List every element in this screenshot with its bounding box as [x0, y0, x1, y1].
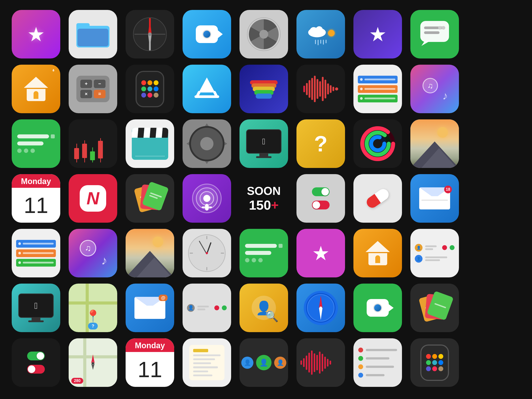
svg-marker-17: [421, 41, 430, 46]
icon-capo2[interactable]: ♫ ♪: [69, 229, 117, 277]
phone-contacts: 👤: [183, 300, 231, 316]
icon-mail-orange[interactable]: @: [126, 284, 174, 332]
icon-resolution[interactable]: : [240, 119, 288, 168]
icon-maps[interactable]: 📍 ?: [69, 284, 117, 332]
icon-spotlight[interactable]: 👤 🔍: [240, 284, 288, 332]
toggle-dark-row-2: [27, 365, 45, 374]
icon-soon: SOON 150+: [240, 174, 288, 223]
icon-dbserver[interactable]: [353, 65, 402, 113]
screen-rows: [12, 129, 60, 158]
icon-grid: ★: [6, 5, 526, 394]
svg-point-21: [438, 26, 442, 30]
compass-icon: [132, 17, 168, 52]
icon-compass[interactable]: [126, 10, 174, 58]
music-notes-2: ♫ ♪: [77, 238, 108, 269]
icon-maps2[interactable]: 280: [69, 338, 117, 387]
icon-safari[interactable]: [297, 284, 345, 332]
scroll-wheel: [189, 126, 224, 161]
toggle-off: [312, 201, 329, 209]
icon-coupon[interactable]: [126, 174, 174, 223]
knob-off: [313, 201, 320, 209]
icon-screenconnect[interactable]: [12, 119, 60, 168]
icon-help[interactable]: ?: [297, 119, 345, 168]
monitor-stand: [259, 154, 268, 156]
music-notes: ♫ ♪: [419, 74, 450, 104]
icon-calendar2[interactable]: Monday 11: [126, 338, 174, 387]
svg-point-43: [92, 362, 94, 364]
icon-ipodwheel[interactable]: [183, 119, 231, 168]
icon-stocks[interactable]: [69, 119, 117, 168]
icon-appstore[interactable]: [183, 65, 231, 113]
icon-phone[interactable]: 👤: [183, 284, 231, 332]
icon-macos[interactable]: [410, 119, 459, 168]
icon-toggles[interactable]: [297, 174, 345, 223]
icon-groupfacetime[interactable]: 👤 👤 👤: [240, 338, 288, 387]
icon-itunes2[interactable]: ★: [297, 229, 345, 277]
icon-calendar[interactable]: Monday 11: [12, 174, 60, 223]
monitor-screen: : [246, 129, 281, 154]
icon-weather[interactable]: [297, 10, 345, 58]
calendar2-day: 11: [126, 352, 174, 387]
aperture-icon: [246, 17, 281, 52]
icon-podcasts[interactable]: [183, 174, 231, 223]
apple-logo: : [262, 137, 265, 146]
icon-home[interactable]: [12, 65, 60, 113]
icon-aperture[interactable]: [240, 10, 288, 58]
icon-screenconnect2[interactable]: [240, 229, 288, 277]
star-icon: ★: [369, 23, 387, 46]
svg-marker-41: [91, 355, 95, 363]
toggle-row-1: [312, 187, 329, 196]
icon-activity[interactable]: [353, 119, 402, 168]
icon-mail-blue[interactable]: 18: [410, 174, 459, 223]
icon-coupon2[interactable]: [410, 284, 459, 332]
watch-face: [139, 78, 161, 100]
icon-screentime[interactable]: : [12, 284, 60, 332]
activity-rings-icon: [360, 126, 395, 161]
icon-clock[interactable]: [183, 229, 231, 277]
soundwave-bars: [299, 69, 342, 109]
icon-soundwaves2[interactable]: [297, 338, 345, 387]
facetime2-content: [367, 299, 389, 317]
icon-imessage[interactable]: [410, 10, 459, 58]
svg-point-9: [148, 32, 152, 36]
question-mark: ?: [314, 131, 327, 157]
icon-itunes[interactable]: ★: [12, 10, 60, 58]
icon-watch[interactable]: [126, 65, 174, 113]
icon-dbserver2[interactable]: [12, 229, 60, 277]
calendar2-month: Monday: [126, 338, 174, 352]
icon-facetime2[interactable]: [353, 284, 402, 332]
tickets-stack-2: [419, 293, 450, 322]
calendar-body: Monday 11: [12, 174, 60, 223]
icon-watch2[interactable]: [410, 338, 459, 387]
icon-files[interactable]: [69, 10, 117, 58]
folder-icon: [76, 21, 109, 47]
icon-news[interactable]: N: [69, 174, 117, 223]
icon-soundwaves[interactable]: [297, 65, 345, 113]
icon-imovie[interactable]: ★: [353, 10, 402, 58]
knob-dark-on: [37, 352, 44, 360]
toggle-dark-row-1: [27, 352, 45, 360]
maps-needle: [84, 353, 102, 371]
soon-label: SOON: [247, 184, 281, 197]
icon-reminders[interactable]: [353, 338, 402, 387]
soon-plus: +: [271, 198, 279, 213]
house-roof: [24, 77, 48, 88]
svg-point-34: [203, 195, 210, 202]
appstore-icon: [192, 75, 221, 103]
icon-home2[interactable]: [353, 229, 402, 277]
icon-landscape2[interactable]: [126, 229, 174, 277]
icon-toggles-dark[interactable]: [12, 338, 60, 387]
icon-layers[interactable]: [240, 65, 288, 113]
soon-number: 150+: [247, 197, 281, 213]
icon-notes[interactable]: [183, 338, 231, 387]
star-icon-2: ★: [312, 242, 330, 265]
contacts-list: 👤 👤: [410, 240, 459, 267]
icon-capo[interactable]: ♫ ♪: [410, 65, 459, 113]
icon-calculator[interactable]: + − × =: [69, 65, 117, 113]
icon-facetime[interactable]: [183, 10, 231, 58]
icon-claquette[interactable]: [126, 119, 174, 168]
calc-multiply: ×: [80, 90, 92, 98]
icon-contacts[interactable]: 👤 👤: [410, 229, 459, 277]
icon-pill[interactable]: [353, 174, 402, 223]
candlestick-chart: [69, 119, 117, 168]
